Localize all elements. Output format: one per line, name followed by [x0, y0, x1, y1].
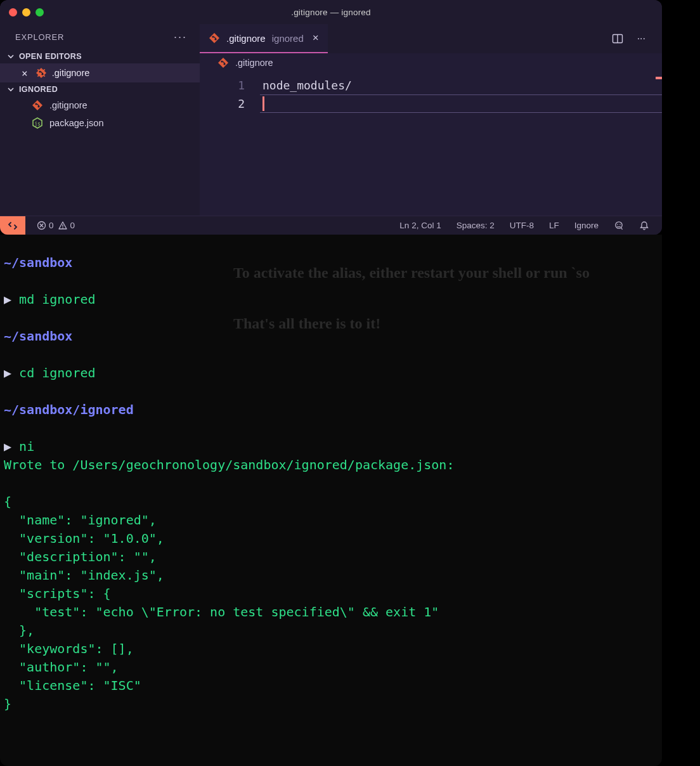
eol-item[interactable]: LF	[549, 221, 559, 230]
traffic-lights	[9, 8, 44, 16]
more-actions-icon[interactable]: ···	[637, 33, 645, 44]
svg-marker-13	[209, 33, 219, 43]
folder-label: IGNORED	[19, 85, 58, 94]
file-row-packagejson[interactable]: js package.json	[0, 114, 200, 132]
editor: .gitignore ignored × ··· .gitignore	[200, 24, 662, 216]
close-editor-icon[interactable]: ×	[22, 67, 28, 79]
terminal-output: "version": "1.0.0",	[4, 531, 164, 546]
svg-point-30	[619, 224, 621, 225]
open-editor-item[interactable]: × .gitignore	[0, 63, 200, 82]
feedback-icon[interactable]	[614, 221, 624, 231]
svg-point-29	[617, 224, 618, 225]
explorer-more-icon[interactable]: ···	[174, 30, 187, 44]
file-row-gitignore[interactable]: .gitignore	[0, 96, 200, 114]
svg-marker-19	[218, 58, 228, 68]
terminal-output: "scripts": {	[4, 586, 111, 601]
svg-text:js: js	[34, 121, 41, 127]
node-file-icon: js	[32, 117, 43, 129]
terminal[interactable]: To activate the alias, either restart yo…	[0, 235, 662, 766]
terminal-output: "keywords": [],	[4, 641, 134, 656]
code-lines[interactable]: node_modules/	[260, 72, 662, 216]
terminal-output: },	[4, 623, 34, 638]
minimap-marker	[656, 77, 662, 79]
prompt-icon: ▶	[4, 365, 19, 380]
svg-point-28	[616, 221, 622, 228]
tab-gitignore[interactable]: .gitignore ignored ×	[200, 24, 328, 53]
vscode-window: .gitignore — ignored EXPLORER ··· OPEN E…	[0, 0, 662, 235]
breadcrumb-filename: .gitignore	[235, 58, 273, 68]
terminal-command: cd ignored	[19, 365, 95, 380]
error-icon	[37, 221, 46, 230]
code-area[interactable]: 1 2 node_modules/	[200, 72, 662, 216]
git-file-icon	[36, 67, 47, 79]
folder-section[interactable]: IGNORED	[0, 82, 200, 96]
svg-point-27	[62, 228, 63, 229]
open-editor-filename: .gitignore	[52, 68, 90, 78]
line-number: 1	[200, 76, 260, 94]
warnings-item[interactable]: 0	[58, 221, 75, 230]
close-window-button[interactable]	[9, 8, 17, 16]
close-tab-icon[interactable]: ×	[313, 32, 319, 44]
ln-col-item[interactable]: Ln 2, Col 1	[399, 221, 441, 230]
statusbar: 0 0 Ln 2, Col 1 Spaces: 2 UTF-8 LF Ignor…	[0, 216, 662, 235]
svg-marker-7	[32, 100, 42, 110]
prompt-icon: ▶	[4, 292, 19, 307]
language-item[interactable]: Ignore	[574, 221, 599, 230]
maximize-window-button[interactable]	[36, 8, 44, 16]
warning-icon	[58, 221, 68, 230]
git-file-icon	[217, 57, 229, 68]
file-name: .gitignore	[49, 100, 88, 110]
errors-count: 0	[49, 221, 54, 230]
chevron-down-icon	[6, 85, 15, 94]
text-cursor	[262, 96, 264, 111]
terminal-output: }	[4, 696, 11, 711]
terminal-path: ~/sandbox	[4, 255, 72, 270]
gutter: 1 2	[200, 72, 260, 216]
svg-point-14	[212, 36, 214, 37]
tab-filename: .gitignore	[226, 33, 266, 44]
terminal-output: "description": "",	[4, 549, 157, 564]
errors-item[interactable]: 0	[37, 221, 54, 230]
warnings-count: 0	[70, 221, 75, 230]
terminal-output: "author": "",	[4, 659, 119, 675]
git-file-icon	[32, 100, 43, 111]
bell-icon[interactable]	[639, 221, 649, 231]
svg-point-4	[39, 70, 41, 72]
split-editor-icon[interactable]	[612, 33, 623, 44]
terminal-path: ~/sandbox	[4, 328, 72, 344]
terminal-output: "name": "ignored",	[4, 512, 157, 528]
open-editors-section[interactable]: OPEN EDITORS	[0, 49, 200, 63]
svg-point-20	[221, 60, 223, 62]
git-file-icon	[209, 32, 220, 44]
encoding-item[interactable]: UTF-8	[510, 221, 534, 230]
terminal-output: {	[4, 494, 11, 509]
tab-folder: ignored	[272, 33, 304, 44]
tabs: .gitignore ignored × ···	[200, 24, 662, 53]
chevron-down-icon	[6, 52, 15, 61]
explorer-header: EXPLORER ···	[0, 24, 200, 49]
open-editors-label: OPEN EDITORS	[19, 52, 82, 61]
code-line: node_modules/	[260, 76, 662, 94]
spaces-item[interactable]: Spaces: 2	[457, 221, 495, 230]
terminal-output: "test": "echo \"Error: no test specified…	[4, 604, 439, 620]
file-name: package.json	[49, 118, 103, 128]
terminal-output: "main": "index.js",	[4, 568, 164, 583]
terminal-output: "license": "ISC"	[4, 678, 141, 693]
svg-point-8	[35, 103, 37, 105]
breadcrumb[interactable]: .gitignore	[200, 53, 662, 72]
window-title: .gitignore — ignored	[291, 8, 371, 17]
code-line	[260, 94, 662, 113]
remote-indicator[interactable]	[0, 216, 25, 235]
minimize-window-button[interactable]	[22, 8, 30, 16]
terminal-command: md ignored	[19, 292, 95, 307]
titlebar[interactable]: .gitignore — ignored	[0, 0, 662, 24]
prompt-icon: ▶	[4, 439, 19, 454]
explorer-sidebar: EXPLORER ··· OPEN EDITORS × .gitignore	[0, 24, 200, 216]
terminal-command: ni	[19, 439, 34, 454]
line-number: 2	[200, 94, 260, 113]
explorer-title: EXPLORER	[15, 32, 64, 42]
terminal-output: Wrote to /Users/geochronology/sandbox/ig…	[4, 457, 454, 472]
terminal-path: ~/sandbox/ignored	[4, 402, 134, 417]
